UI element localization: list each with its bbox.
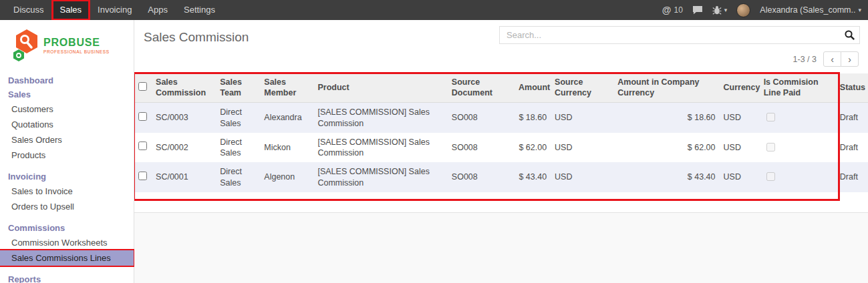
sidebar-item-sales-commissions-lines[interactable]: Sales Commissions Lines xyxy=(0,250,134,266)
col-header-product[interactable]: Product xyxy=(313,73,447,103)
col-header-currency[interactable]: Currency xyxy=(720,73,760,103)
pager-range: 1-3 / 3 xyxy=(793,55,817,64)
row-select-checkbox[interactable] xyxy=(138,142,147,150)
sidebar: PROBUSE PROFESSIONAL BUSINESS Dashboard … xyxy=(0,20,134,283)
menu-invoicing[interactable]: Invoicing xyxy=(90,0,140,20)
messages-icon[interactable] xyxy=(692,5,703,15)
chevron-down-icon: ▾ xyxy=(724,7,728,13)
col-header-is-commision-line-paid[interactable]: Is Commision Line Paid xyxy=(760,73,836,103)
sidebar-item-customers[interactable]: Customers xyxy=(0,101,134,117)
cell-currency[interactable]: USD xyxy=(720,162,760,192)
user-menu[interactable]: Alexandra (Sales_comm.. ▾ xyxy=(760,5,861,15)
cell-sales-member[interactable]: Algenon xyxy=(260,162,313,192)
user-avatar[interactable] xyxy=(736,3,750,17)
cell-sales-team[interactable]: Direct Sales xyxy=(216,133,260,163)
activities-count: 10 xyxy=(674,5,682,15)
sidebar-item-commission-worksheets[interactable]: Commission Worksheets xyxy=(0,235,134,250)
cell-source-currency[interactable]: USD xyxy=(551,162,613,192)
table-row[interactable]: SC/0002 Direct Sales Mickon [SALES COMMI… xyxy=(134,133,868,163)
col-header-sales-member[interactable]: Sales Member xyxy=(260,73,313,103)
sidebar-section-invoicing[interactable]: Invoicing xyxy=(0,170,134,184)
col-header-status[interactable]: Status xyxy=(836,73,868,103)
col-header-amount-company-currency[interactable]: Amount in Company Currency xyxy=(613,73,719,103)
table-header-row: Sales Commission Sales Team Sales Member… xyxy=(134,73,868,103)
cell-product[interactable]: [SALES COMMISSION] Sales Commission xyxy=(313,103,447,133)
activities-counter[interactable]: @ 10 xyxy=(662,5,683,15)
cell-sales-member[interactable]: Alexandra xyxy=(260,103,313,133)
cell-amount[interactable]: $ 18.60 xyxy=(515,103,551,133)
cell-source-currency[interactable]: USD xyxy=(551,103,613,133)
topbar-right: @ 10 ▾ Alexandra (Sales_comm.. ▾ xyxy=(662,0,868,20)
select-all-checkbox[interactable] xyxy=(138,82,147,91)
search-icon[interactable] xyxy=(844,29,855,41)
is-paid-checkbox xyxy=(766,113,775,121)
cell-source-document[interactable]: SO008 xyxy=(448,162,515,192)
logo-brand-name: PROBUSE xyxy=(43,37,110,49)
chevron-down-icon: ▾ xyxy=(858,7,861,13)
sidebar-section-dashboard[interactable]: Dashboard xyxy=(0,73,134,87)
table-row[interactable]: SC/0001 Direct Sales Algenon [SALES COMM… xyxy=(134,162,868,192)
cell-status[interactable]: Draft xyxy=(836,103,868,133)
row-select-cell xyxy=(134,162,152,192)
pager-prev-button[interactable]: ‹ xyxy=(823,51,841,67)
sidebar-item-sales-orders[interactable]: Sales Orders xyxy=(0,132,134,148)
cell-currency[interactable]: USD xyxy=(720,133,760,163)
debug-menu[interactable]: ▾ xyxy=(712,5,728,15)
main-content: Sales Commission 1-3 / 3 ‹ › xyxy=(134,20,868,283)
page-title: Sales Commission xyxy=(144,30,249,45)
search-input[interactable] xyxy=(499,26,860,44)
cell-sales-commission[interactable]: SC/0001 xyxy=(152,162,216,192)
sidebar-item-sales-to-invoice[interactable]: Sales to Invoice xyxy=(0,184,134,199)
cell-is-paid xyxy=(760,133,836,163)
menu-settings[interactable]: Settings xyxy=(176,0,223,20)
list-area: Sales Commission Sales Team Sales Member… xyxy=(134,73,868,212)
mention-at-icon: @ xyxy=(662,5,672,15)
cell-source-document[interactable]: SO008 xyxy=(448,103,515,133)
sidebar-item-quotations[interactable]: Quotations xyxy=(0,117,134,132)
cell-sales-member[interactable]: Mickon xyxy=(260,133,313,163)
sidebar-section-sales[interactable]: Sales xyxy=(0,87,134,101)
cell-status[interactable]: Draft xyxy=(836,162,868,192)
cell-is-paid xyxy=(760,162,836,192)
logo-hexagon-icon xyxy=(11,29,39,62)
col-header-source-currency[interactable]: Source Currency xyxy=(551,73,613,103)
cell-product[interactable]: [SALES COMMISSION] Sales Commission xyxy=(313,162,447,192)
menu-discuss[interactable]: Discuss xyxy=(5,0,52,20)
cell-currency[interactable]: USD xyxy=(720,103,760,133)
col-header-sales-team[interactable]: Sales Team xyxy=(216,73,260,103)
cell-source-currency[interactable]: USD xyxy=(551,133,613,163)
probuse-logo: PROBUSE PROFESSIONAL BUSINESS xyxy=(0,20,134,72)
cell-amount-company-currency[interactable]: $ 62.00 xyxy=(613,133,719,163)
cell-sales-team[interactable]: Direct Sales xyxy=(216,162,260,192)
cell-product[interactable]: [SALES COMMISSION] Sales Commission xyxy=(313,133,447,163)
sidebar-item-products[interactable]: Products xyxy=(0,148,134,163)
cell-amount[interactable]: $ 43.40 xyxy=(515,162,551,192)
row-select-checkbox[interactable] xyxy=(138,112,147,121)
row-select-cell xyxy=(134,133,152,163)
col-header-sales-commission[interactable]: Sales Commission xyxy=(152,73,216,103)
cell-sales-team[interactable]: Direct Sales xyxy=(216,103,260,133)
menu-apps[interactable]: Apps xyxy=(140,0,176,20)
row-select-checkbox[interactable] xyxy=(138,172,147,180)
cell-status[interactable]: Draft xyxy=(836,133,868,163)
cell-sales-commission[interactable]: SC/0002 xyxy=(152,133,216,163)
is-paid-checkbox xyxy=(766,172,775,181)
list-view-panel: Sales Commission 1-3 / 3 ‹ › xyxy=(134,20,868,213)
cell-amount-company-currency[interactable]: $ 18.60 xyxy=(613,103,719,133)
cell-sales-commission[interactable]: SC/0003 xyxy=(152,103,216,133)
menu-sales[interactable]: Sales xyxy=(52,0,90,20)
select-all-cell xyxy=(134,73,152,103)
cell-is-paid xyxy=(760,103,836,133)
cell-source-document[interactable]: SO008 xyxy=(448,133,515,163)
cell-amount-company-currency[interactable]: $ 43.40 xyxy=(613,162,719,192)
bug-icon xyxy=(712,5,722,15)
sidebar-section-reports[interactable]: Reports xyxy=(0,272,134,283)
col-header-source-document[interactable]: Source Document xyxy=(448,73,515,103)
table-row[interactable]: SC/0003 Direct Sales Alexandra [SALES CO… xyxy=(134,103,868,133)
user-name-label: Alexandra (Sales_comm.. xyxy=(760,5,855,15)
pager-next-button[interactable]: › xyxy=(841,51,859,67)
sidebar-item-orders-to-upsell[interactable]: Orders to Upsell xyxy=(0,199,134,214)
sidebar-section-commissions[interactable]: Commissions xyxy=(0,221,134,235)
cell-amount[interactable]: $ 62.00 xyxy=(515,133,551,163)
col-header-amount[interactable]: Amount xyxy=(515,73,551,103)
